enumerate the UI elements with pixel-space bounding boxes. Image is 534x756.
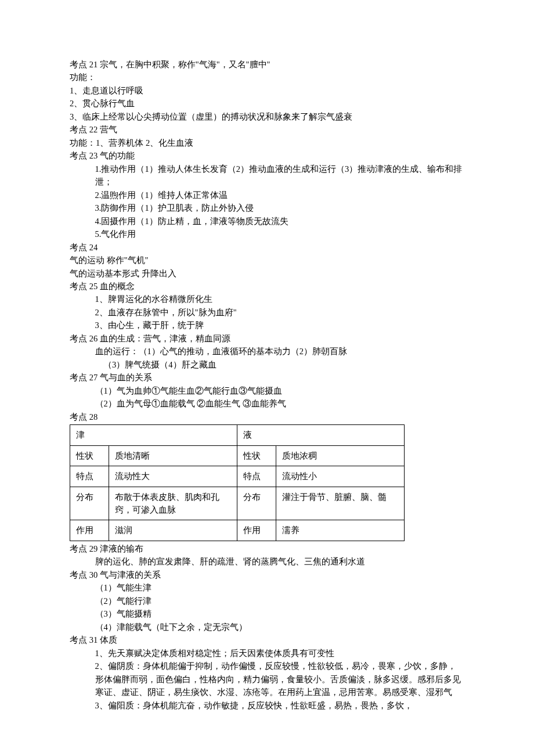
text: 3、偏阳质：身体机能亢奋，动作敏捷，反应较快，性欲旺盛，易热，畏热，多饮，: [70, 699, 464, 712]
text: 3.防御作用（1）护卫肌表，防止外协入侵: [70, 201, 464, 214]
text: 考点 26 血的生成：营气，津液，精血同源: [70, 332, 464, 345]
text: 考点 27 气与血的关系: [70, 371, 464, 384]
text: （2）血为气母①血能载气 ②血能生气 ③血能养气: [70, 397, 464, 410]
text: 功能：1、营养机体 2、化生血液: [70, 136, 464, 149]
cell: 质地浓稠: [276, 445, 405, 466]
text: 2、血液存在脉管中，所以"脉为血府": [70, 306, 464, 319]
cell: 作用: [237, 520, 276, 541]
cell: 布散于体表皮肤、肌肉和孔窍，可渗入血脉: [109, 487, 237, 520]
cell: 流动性大: [109, 466, 237, 487]
table-row: 分布 布散于体表皮肤、肌肉和孔窍，可渗入血脉 分布 灌注于骨节、脏腑、脑、髓: [70, 487, 405, 520]
text: （3）脾气统摄（4）肝之藏血: [70, 358, 464, 371]
text: 3、由心生，藏于肝，统于脾: [70, 319, 464, 332]
text: 考点 28: [70, 411, 464, 423]
text: 气的运动 称作"气机": [70, 254, 464, 267]
cell: 作用: [70, 520, 109, 541]
cell: 性状: [237, 445, 276, 466]
text: 1、先天禀赋决定体质相对稳定性；后天因素使体质具有可变性: [70, 647, 464, 660]
cell: 灌注于骨节、脏腑、脑、髓: [276, 487, 405, 520]
text: （1）气为血帅①气能生血②气能行血③气能摄血: [70, 384, 464, 397]
text: 考点 25 血的概念: [70, 280, 464, 293]
cell: 性状: [70, 445, 109, 466]
text: 3、临床上经常以心尖搏动位置（虚里）的搏动状况和脉象来了解宗气盛衰: [70, 110, 464, 123]
text: 考点 30 气与津液的关系: [70, 568, 464, 581]
cell: 滋润: [109, 520, 237, 541]
text: 5.气化作用: [70, 228, 464, 240]
text: 考点 21 宗气，在胸中积聚，称作"气海"，又名"膻中": [70, 58, 464, 71]
cell: 分布: [237, 487, 276, 520]
text: （1）气能生津: [70, 581, 464, 594]
table-row: 性状 质地清晰 性状 质地浓稠: [70, 445, 405, 466]
text: 脾的运化、肺的宣发肃降、肝的疏泄、肾的蒸腾气化、三焦的通利水道: [70, 555, 464, 568]
text: （4）津能载气（吐下之余，定无宗气）: [70, 621, 464, 633]
cell: 质地清晰: [109, 445, 237, 466]
text: 2.温煦作用（1）维持人体正常体温: [70, 189, 464, 201]
text: 考点 29 津液的输布: [70, 542, 464, 555]
text: 血的运行：（1）心气的推动，血液循环的基本动力（2）肺朝百脉: [70, 345, 464, 358]
table-row: 特点 流动性大 特点 流动性小: [70, 466, 405, 487]
cell: 分布: [70, 487, 109, 520]
cell: 濡养: [276, 520, 405, 541]
text: 考点 22 营气: [70, 123, 464, 136]
text: 气的运动基本形式 升降出入: [70, 267, 464, 280]
text: 2、贯心脉行气血: [70, 97, 464, 110]
cell: 液: [237, 425, 405, 445]
text: 考点 23 气的功能: [70, 149, 464, 162]
text: 2、偏阴质：身体机能偏于抑制，动作偏慢，反应较慢，性欲较低，易冷，畏寒，少饮，多…: [70, 660, 464, 699]
text: （3）气能摄精: [70, 607, 464, 620]
table-row: 津 液: [70, 425, 405, 445]
cell: 特点: [70, 466, 109, 487]
text: 1.推动作用（1）推动人体生长发育（2）推动血液的生成和运行（3）推动津液的生成…: [70, 163, 464, 189]
cell: 津: [70, 425, 237, 445]
text: （2）气能行津: [70, 595, 464, 607]
text: 功能：: [70, 71, 464, 84]
text: 4.固摄作用（1）防止精，血，津液等物质无故流失: [70, 215, 464, 228]
comparison-table: 津 液 性状 质地清晰 性状 质地浓稠 特点 流动性大 特点 流动性小 分布 布…: [70, 424, 405, 541]
text: 1、走息道以行呼吸: [70, 84, 464, 97]
text: 考点 24: [70, 241, 464, 254]
cell: 流动性小: [276, 466, 405, 487]
table-row: 作用 滋润 作用 濡养: [70, 520, 405, 541]
text: 1、脾胃运化的水谷精微所化生: [70, 293, 464, 305]
cell: 特点: [237, 466, 276, 487]
text: 考点 31 体质: [70, 633, 464, 646]
